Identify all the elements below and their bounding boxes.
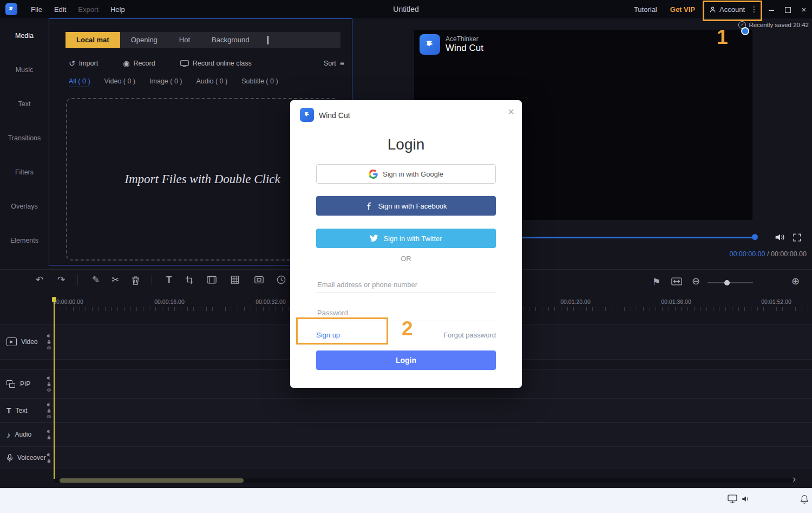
split-scissors-icon[interactable]: ✂	[112, 275, 119, 284]
sidebar-item-overlays[interactable]: Overlays	[0, 189, 49, 223]
forgot-password-link[interactable]: Forgot password	[443, 331, 496, 339]
twitter-icon	[370, 235, 378, 242]
pip-track-icon	[6, 380, 16, 388]
scroll-right-arrow-icon[interactable]: ›	[793, 473, 796, 485]
tab-background[interactable]: Background	[201, 32, 260, 48]
login-submit-button[interactable]: Login	[316, 350, 496, 370]
tab-divider	[267, 36, 269, 44]
voiceover-track-header: Voiceover	[0, 447, 54, 469]
overlay-box-icon[interactable]	[254, 276, 264, 284]
record-online-class-button[interactable]: Record online class	[180, 60, 252, 67]
tab-hot[interactable]: Hot	[168, 32, 201, 48]
tutorial-link[interactable]: Tutorial	[627, 5, 664, 14]
volume-icon[interactable]	[775, 232, 785, 242]
crop-icon[interactable]	[185, 276, 194, 284]
minimize-button[interactable]	[763, 5, 780, 14]
timecode: 00:00:00.00 / 00:00:00.00	[729, 250, 807, 258]
screen-record-icon	[180, 60, 189, 67]
lock-icon[interactable]	[47, 408, 51, 413]
close-button[interactable]: ×	[796, 5, 812, 14]
eye-icon[interactable]	[47, 346, 51, 350]
dropzone-hint: Import Files with Double Click	[125, 172, 280, 186]
notifications-bell-icon[interactable]	[800, 495, 809, 504]
network-monitor-icon[interactable]	[728, 495, 737, 503]
timeline-scrollbar[interactable]	[54, 478, 794, 483]
zoom-slider-handle[interactable]	[724, 280, 730, 285]
mosaic-icon[interactable]	[231, 276, 239, 284]
playback-handle[interactable]	[752, 234, 758, 240]
tab-local-material[interactable]: Local mat	[66, 32, 120, 48]
filter-subtitle[interactable]: Subtitle ( 0 )	[241, 77, 278, 87]
speed-clock-icon[interactable]	[277, 275, 286, 284]
zoom-slider[interactable]	[708, 282, 753, 283]
tab-opening[interactable]: Opening	[120, 32, 168, 48]
filter-image[interactable]: Image ( 0 )	[149, 77, 182, 87]
sidebar-item-transitions[interactable]: Transitions	[0, 121, 49, 155]
toolbar-divider	[152, 275, 152, 285]
lock-icon[interactable]	[47, 382, 51, 387]
eye-icon[interactable]	[47, 414, 51, 419]
sort-icon: ≡	[340, 59, 344, 68]
twitter-signin-button[interactable]: Sign in with Twitter	[316, 229, 496, 248]
fit-timeline-icon[interactable]	[671, 277, 682, 285]
mute-icon[interactable]	[47, 402, 51, 407]
text-tool-icon[interactable]: T	[166, 275, 172, 284]
menu-file[interactable]: File	[25, 5, 48, 14]
tray-volume-icon[interactable]	[742, 495, 750, 503]
mute-icon[interactable]	[47, 452, 51, 457]
mute-icon[interactable]	[47, 334, 51, 339]
lock-icon[interactable]	[47, 458, 51, 463]
track-row-text[interactable]: T Text	[0, 399, 812, 423]
record-button[interactable]: ◉ Record	[123, 59, 155, 68]
fullscreen-icon[interactable]	[793, 233, 802, 242]
login-title: Login	[290, 136, 522, 153]
sort-button[interactable]: Sort ≡	[324, 59, 344, 68]
check-icon: ✓	[738, 21, 746, 29]
sidebar-item-music[interactable]: Music	[0, 53, 49, 87]
menu-help[interactable]: Help	[104, 5, 131, 14]
lock-icon[interactable]	[47, 435, 51, 440]
email-input[interactable]	[316, 275, 498, 294]
scrollbar-thumb[interactable]	[60, 478, 244, 483]
filter-all[interactable]: All ( 0 )	[69, 77, 90, 87]
menu-edit[interactable]: Edit	[48, 5, 72, 14]
hint-dot-icon[interactable]	[742, 28, 748, 34]
import-button[interactable]: ↺ Import	[69, 59, 98, 68]
sidebar-item-media[interactable]: Media	[0, 18, 49, 53]
mute-icon[interactable]	[47, 376, 51, 381]
sidebar-item-filters[interactable]: Filters	[0, 155, 49, 189]
windcut-logo-icon	[420, 34, 440, 55]
filter-audio[interactable]: Audio ( 0 )	[196, 77, 227, 87]
undo-icon[interactable]: ↶	[36, 275, 43, 284]
track-row-audio[interactable]: ♪ Audio	[0, 423, 812, 446]
track-row-voiceover[interactable]: Voiceover	[0, 446, 812, 469]
annotation-box-2	[296, 317, 388, 345]
lock-icon[interactable]	[47, 340, 51, 345]
menu-export[interactable]: Export	[72, 5, 104, 14]
playhead[interactable]	[54, 297, 55, 479]
dialog-close-icon[interactable]: ×	[508, 106, 514, 118]
edit-pencil-icon[interactable]: ✎	[92, 275, 100, 284]
redo-icon[interactable]: ↷	[57, 275, 65, 284]
frame-icon[interactable]	[207, 276, 217, 284]
email-field[interactable]	[316, 275, 496, 293]
get-vip-link[interactable]: Get VIP	[664, 5, 702, 14]
taskbar	[0, 488, 812, 513]
eye-icon[interactable]	[47, 388, 51, 393]
marker-flag-icon[interactable]: ⚑	[652, 277, 660, 287]
zoom-in-icon[interactable]: ⊕	[791, 276, 800, 286]
delete-trash-icon[interactable]	[132, 276, 140, 285]
ruler-label: 00:01:52.00	[761, 298, 791, 305]
sidebar-item-text[interactable]: Text	[0, 87, 49, 121]
filter-video[interactable]: Video ( 0 )	[104, 77, 135, 87]
mute-icon[interactable]	[47, 429, 51, 434]
sidebar-item-elements[interactable]: Elements	[0, 223, 49, 257]
google-signin-button[interactable]: Sign in with Google	[316, 164, 496, 184]
maximize-button[interactable]	[780, 5, 796, 14]
toolbar-divider	[77, 275, 78, 285]
zoom-out-icon[interactable]: ⊖	[692, 276, 700, 286]
facebook-icon	[365, 202, 373, 210]
ruler-label: 00:00:32.00	[256, 298, 285, 305]
minimize-icon	[769, 10, 774, 11]
facebook-signin-button[interactable]: Sign in with Facebook	[316, 196, 496, 216]
